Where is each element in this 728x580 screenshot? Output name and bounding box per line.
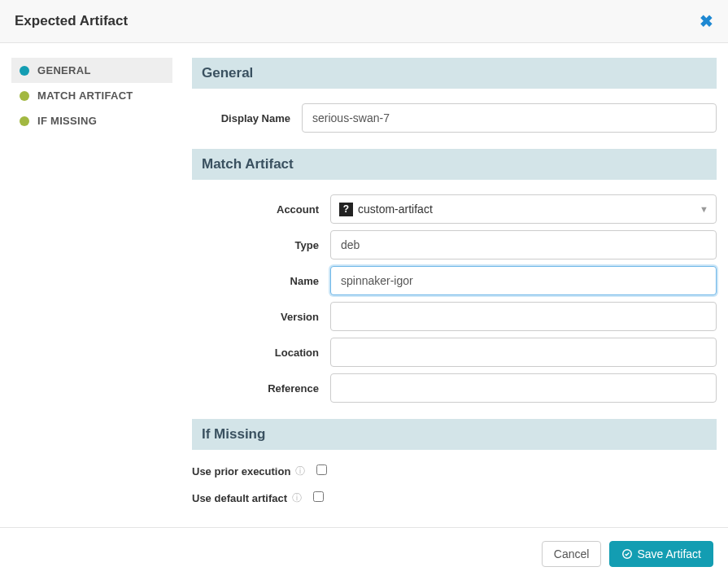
account-select[interactable]: ? custom-artifact xyxy=(330,194,717,224)
form-row-type: Type xyxy=(192,230,717,259)
status-dot-icon xyxy=(20,66,29,76)
use-prior-checkbox[interactable] xyxy=(316,464,327,475)
form-row-name: Name xyxy=(192,266,717,295)
account-value: custom-artifact xyxy=(358,203,433,216)
section-if-missing: If Missing Use prior execution ⓘ Use def… xyxy=(192,419,717,505)
checkbox-row-default: Use default artifact ⓘ xyxy=(192,491,717,505)
checkbox-row-prior: Use prior execution ⓘ xyxy=(192,464,717,478)
reference-input[interactable] xyxy=(330,373,717,403)
type-input[interactable] xyxy=(330,230,717,259)
status-dot-icon xyxy=(20,116,29,126)
modal-footer: Cancel Save Artifact xyxy=(0,527,728,580)
use-default-checkbox[interactable] xyxy=(313,491,324,502)
account-select-wrap: ? custom-artifact ▼ xyxy=(330,194,717,224)
display-name-input[interactable] xyxy=(302,103,717,133)
close-icon[interactable]: ✖ xyxy=(700,11,713,31)
name-input[interactable] xyxy=(330,266,717,295)
status-dot-icon xyxy=(20,91,29,101)
sidebar-item-label: MATCH ARTIFACT xyxy=(37,89,133,102)
sidebar: GENERAL MATCH ARTIFACT IF MISSING xyxy=(11,58,172,527)
section-header-general: General xyxy=(192,58,717,89)
question-icon: ? xyxy=(339,203,353,216)
modal-header: Expected Artifact ✖ xyxy=(0,0,728,43)
save-label: Save Artifact xyxy=(637,547,701,560)
form-row-reference: Reference xyxy=(192,373,717,403)
location-input[interactable] xyxy=(330,338,717,367)
name-label: Name xyxy=(192,275,330,287)
section-match-artifact: Match Artifact Account ? custom-artifact… xyxy=(192,149,717,403)
check-circle-icon xyxy=(621,548,633,560)
help-icon[interactable]: ⓘ xyxy=(295,464,305,478)
form-row-location: Location xyxy=(192,338,717,367)
form-row-display-name: Display Name xyxy=(192,103,717,133)
type-label: Type xyxy=(192,239,330,251)
main-panel: General Display Name Match Artifact Acco… xyxy=(192,58,717,527)
reference-label: Reference xyxy=(192,382,330,395)
account-label: Account xyxy=(192,203,330,216)
modal-title: Expected Artifact xyxy=(15,13,128,29)
use-prior-label: Use prior execution xyxy=(192,465,290,478)
sidebar-item-general[interactable]: GENERAL xyxy=(11,58,172,83)
sidebar-item-label: GENERAL xyxy=(37,64,91,76)
version-input[interactable] xyxy=(330,302,717,331)
form-row-version: Version xyxy=(192,302,717,331)
section-general: General Display Name xyxy=(192,58,717,133)
save-button[interactable]: Save Artifact xyxy=(609,541,713,567)
cancel-label: Cancel xyxy=(554,547,590,560)
sidebar-item-label: IF MISSING xyxy=(37,115,97,127)
sidebar-item-if-missing[interactable]: IF MISSING xyxy=(11,108,172,133)
section-header-missing: If Missing xyxy=(192,419,717,450)
sidebar-item-match-artifact[interactable]: MATCH ARTIFACT xyxy=(11,83,172,108)
form-row-account: Account ? custom-artifact ▼ xyxy=(192,194,717,224)
version-label: Version xyxy=(192,311,330,323)
display-name-label: Display Name xyxy=(192,112,302,124)
modal-body: GENERAL MATCH ARTIFACT IF MISSING Genera… xyxy=(0,43,728,527)
use-default-label: Use default artifact xyxy=(192,492,287,504)
location-label: Location xyxy=(192,347,330,359)
section-header-match: Match Artifact xyxy=(192,149,717,180)
cancel-button[interactable]: Cancel xyxy=(542,541,602,567)
help-icon[interactable]: ⓘ xyxy=(292,491,302,505)
